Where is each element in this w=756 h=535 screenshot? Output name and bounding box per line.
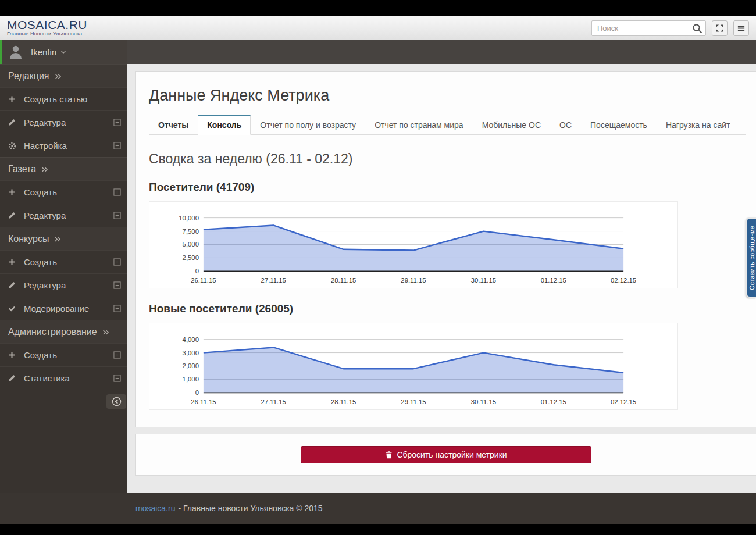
plus-square-icon[interactable]	[113, 119, 121, 126]
tab-4[interactable]: Мобильные ОС	[473, 115, 550, 135]
x-axis-tick-label: 26.11.15	[191, 277, 216, 284]
x-axis-tick-label: 27.11.15	[261, 398, 286, 405]
pencil-icon	[8, 119, 17, 127]
y-axis-tick-label: 4,000	[183, 336, 199, 343]
sidebar-item[interactable]: Модерирование	[0, 297, 127, 320]
y-axis-tick-label: 2,000	[183, 362, 199, 369]
x-axis-tick-label: 01.12.15	[541, 277, 566, 284]
sidebar-section-0[interactable]: Редакция	[0, 64, 127, 87]
sidebar-item[interactable]: Статистика	[0, 366, 127, 390]
sidebar-item-label: Настройка	[24, 141, 67, 151]
fullscreen-button[interactable]	[712, 20, 728, 36]
new-visitors-chart-title: Новые посетители (26005)	[149, 302, 756, 315]
chevrons-right-icon	[102, 329, 109, 336]
sidebar-item-label: Модерирование	[24, 304, 89, 313]
actions-panel: Сбросить настройки метрики	[135, 434, 756, 476]
tab-6[interactable]: Посещаемость	[581, 115, 657, 135]
sidebar-item[interactable]: Создать	[0, 180, 127, 204]
y-axis-tick-label: 5,000	[183, 241, 199, 248]
search-icon[interactable]	[692, 23, 702, 34]
footer-site-link[interactable]: mosaica.ru	[135, 504, 175, 513]
feedback-tab[interactable]: Оставить сообщение	[746, 217, 756, 298]
sidebar-item-label: Редактура	[24, 117, 66, 127]
tab-5[interactable]: ОС	[550, 115, 581, 135]
plus-square-icon[interactable]	[113, 258, 121, 266]
x-axis-tick-label: 02.12.15	[611, 277, 636, 284]
top-black-bar	[0, 0, 756, 16]
tab-7[interactable]: Нагрузка на сайт	[657, 115, 740, 135]
plus-square-icon[interactable]	[113, 351, 121, 359]
sidebar-item-label: Статистика	[24, 373, 70, 383]
gear-icon	[8, 142, 17, 150]
check-icon	[8, 305, 17, 313]
feedback-tab-label: Оставить сообщение	[748, 226, 755, 290]
logo-subtitle: Главные Новости Ульяновска	[7, 31, 87, 37]
plus-square-icon[interactable]	[113, 212, 121, 219]
sidebar-item[interactable]: Создать	[0, 343, 127, 366]
x-axis-tick-label: 02.12.15	[611, 398, 636, 405]
new-visitors-chart: 01,0002,0003,0004,00026.11.1527.11.1528.…	[149, 323, 678, 410]
tab-1[interactable]: Консоль	[198, 115, 251, 135]
y-axis-tick-label: 2,500	[183, 254, 199, 261]
search-input[interactable]	[591, 20, 706, 36]
sidebar-item[interactable]: Редактура	[0, 110, 127, 134]
bottom-black-bar	[0, 524, 756, 535]
logo-title: MOSAICA.RU	[7, 19, 87, 31]
user-menu[interactable]: Ikenfin	[0, 40, 127, 64]
search	[591, 20, 706, 36]
sidebar-section-1[interactable]: Газета	[0, 157, 127, 180]
fullscreen-icon	[715, 24, 724, 33]
main-content: Данные Яндекс Метрика ОтчетыКонсольОтчет…	[127, 64, 756, 493]
x-axis-tick-label: 28.11.15	[331, 277, 356, 284]
sidebar-section-label: Редакция	[8, 71, 49, 81]
sidebar-item[interactable]: Редактура	[0, 204, 127, 227]
logo[interactable]: MOSAICA.RU Главные Новости Ульяновска	[7, 19, 87, 37]
y-axis-tick-label: 1,000	[183, 376, 199, 383]
plus-square-icon[interactable]	[113, 374, 121, 382]
sidebar-item-label: Создать	[24, 257, 57, 267]
menu-button[interactable]	[733, 20, 749, 36]
y-axis-tick-label: 10,000	[179, 215, 199, 222]
sidebar: Ikenfin РедакцияСоздать статьюРедактураН…	[0, 40, 127, 493]
plus-square-icon[interactable]	[113, 281, 121, 289]
chevrons-right-icon	[54, 236, 61, 243]
plus-square-icon[interactable]	[113, 305, 121, 312]
y-axis-tick-label: 0	[195, 389, 199, 396]
tab-2[interactable]: Отчет по полу и возрасту	[251, 115, 365, 135]
pencil-icon	[8, 212, 17, 220]
sidebar-item-label: Создать	[24, 187, 57, 197]
sidebar-item[interactable]: Настройка	[0, 134, 127, 157]
tab-3[interactable]: Отчет по странам мира	[365, 115, 473, 135]
footer-text: - Главные новости Ульяновска © 2015	[178, 504, 322, 513]
user-name: Ikenfin	[31, 47, 56, 57]
content-top-strip	[127, 40, 756, 64]
visitors-chart-title: Посетители (41709)	[149, 181, 756, 194]
sidebar-menu: РедакцияСоздать статьюРедактураНастройка…	[0, 64, 127, 390]
x-axis-tick-label: 26.11.15	[191, 398, 216, 405]
arrow-circle-left-icon	[112, 397, 122, 406]
pencil-icon	[8, 374, 17, 383]
sidebar-item-label: Создать	[24, 350, 57, 360]
metrics-panel: Данные Яндекс Метрика ОтчетыКонсольОтчет…	[135, 71, 756, 427]
trash-icon	[385, 451, 393, 459]
y-axis-tick-label: 7,500	[183, 228, 199, 235]
sidebar-collapse-button[interactable]	[106, 394, 126, 409]
sidebar-item[interactable]: Редактура	[0, 273, 127, 297]
footer: mosaica.ru - Главные новости Ульяновска …	[0, 493, 756, 524]
header-actions	[591, 20, 749, 36]
reset-metrics-button[interactable]: Сбросить настройки метрики	[301, 446, 591, 463]
sidebar-footer	[0, 390, 127, 409]
chevrons-right-icon	[55, 73, 62, 80]
sidebar-section-2[interactable]: Конкурсы	[0, 227, 127, 250]
sidebar-item[interactable]: Создать статью	[0, 87, 127, 110]
sidebar-item[interactable]: Создать	[0, 250, 127, 273]
plus-icon	[8, 351, 17, 359]
x-axis-tick-label: 28.11.15	[331, 398, 356, 405]
plus-square-icon[interactable]	[113, 142, 121, 149]
area-chart-svg: 02,5005,0007,50010,00026.11.1527.11.1528…	[149, 202, 677, 288]
reset-metrics-label: Сбросить настройки метрики	[397, 450, 507, 459]
sidebar-section-3[interactable]: Администрирование	[0, 320, 127, 343]
plus-square-icon[interactable]	[113, 188, 121, 196]
tab-0[interactable]: Отчеты	[149, 115, 198, 135]
sidebar-item-label: Редактура	[24, 280, 66, 290]
